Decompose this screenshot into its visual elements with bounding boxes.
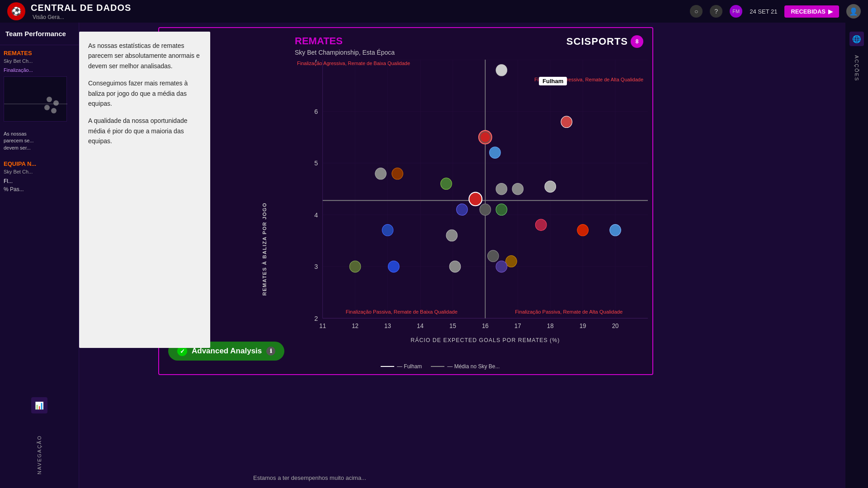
scatter-container: 7 6 5 4 3 2 11 12 13 14 15 16 17 18 19 2…	[295, 60, 648, 347]
svg-point-1	[53, 100, 59, 106]
svg-text:18: 18	[547, 322, 554, 329]
remates-subtitle: Sky Bet Ch...	[4, 58, 75, 64]
chart-subtitle: Sky Bet Championship, Esta Época	[295, 49, 395, 56]
svg-text:3: 3	[314, 263, 318, 270]
svg-point-48	[392, 168, 403, 179]
main-content: As nossas estatísticas de remates parece…	[79, 23, 868, 488]
actions-label: ACÇÕES	[854, 55, 859, 81]
app-title: CENTRAL DE DADOS	[31, 3, 131, 13]
nav-icon-1[interactable]: 📊	[31, 397, 47, 413]
pass-label: % Pas...	[4, 186, 75, 192]
chart-header: REMATES Sky Bet Championship, Esta Época…	[295, 35, 643, 56]
description-panel: As nossas estatísticas de remates parece…	[79, 32, 210, 348]
chart-title: REMATES	[295, 35, 395, 47]
team-name: Fl...	[4, 178, 75, 184]
description-p2: Conseguimos fazer mais remates à baliza …	[88, 78, 201, 108]
svg-point-57	[535, 219, 547, 230]
svg-point-56	[480, 204, 491, 215]
svg-point-46	[490, 147, 501, 158]
app-subtitle: Visão Gera...	[33, 14, 131, 20]
svg-point-45	[481, 132, 490, 142]
recebidas-button[interactable]: RECEBIDAS ▶	[784, 5, 839, 18]
remates-title: REMATES	[4, 50, 75, 56]
svg-text:14: 14	[417, 322, 424, 329]
svg-point-65	[388, 261, 400, 272]
date-display: 24 SET 21	[750, 8, 777, 15]
svg-text:Finalização Passiva, Remate de: Finalização Passiva, Remate de Baixa Qua…	[346, 309, 458, 314]
svg-text:7: 7	[314, 60, 318, 63]
fulham-tag: Fulham	[539, 77, 567, 85]
svg-point-63	[610, 225, 621, 236]
svg-point-62	[577, 225, 589, 236]
svg-point-55	[496, 204, 507, 215]
svg-point-3	[51, 108, 57, 113]
nav-label: NAVEGAÇÃO	[37, 431, 42, 479]
top-bar: ⚽ CENTRAL DE DADOS Visão Gera... ○ ? FM …	[0, 0, 868, 23]
circle-icon[interactable]: ○	[690, 5, 703, 18]
sidebar-header: Team Performance	[0, 23, 79, 45]
nossas-text: As nossasparecem se...devem ser...	[4, 131, 75, 151]
svg-text:5: 5	[314, 160, 318, 167]
svg-text:11: 11	[319, 322, 326, 329]
svg-text:19: 19	[580, 322, 586, 329]
right-panel: 🌐 ACÇÕES	[845, 23, 868, 488]
svg-text:2: 2	[314, 315, 318, 322]
equipa-title: EQUIPA N...	[4, 160, 75, 167]
user-avatar[interactable]: 👤	[846, 4, 861, 19]
svg-point-0	[47, 97, 52, 102]
nossas-section: As nossasparecem se...devem ser...	[4, 131, 75, 151]
arrow-right-icon: ▶	[828, 8, 833, 15]
equipa-subtitle: Sky Bet Ch...	[4, 169, 75, 174]
svg-point-52	[545, 181, 556, 192]
chart-legend: — Fulham — Média no Sky Be...	[381, 363, 500, 370]
svg-text:20: 20	[612, 322, 619, 329]
svg-point-43	[561, 116, 572, 127]
svg-text:6: 6	[314, 108, 318, 115]
svg-text:RÁCIO DE EXPECTED GOALS POR RE: RÁCIO DE EXPECTED GOALS POR REMATES (%)	[410, 337, 560, 343]
svg-text:15: 15	[449, 322, 456, 329]
svg-text:Finalização Passiva, Remate de: Finalização Passiva, Remate de Alta Qual…	[515, 309, 623, 314]
svg-point-54	[457, 204, 468, 215]
svg-point-49	[441, 178, 452, 189]
fm-badge[interactable]: FM	[730, 5, 742, 18]
info-icon[interactable]: ℹ	[266, 347, 275, 356]
svg-point-53	[469, 192, 482, 206]
svg-point-59	[446, 230, 458, 241]
remates-section: REMATES Sky Bet Ch... Finalização...	[4, 50, 75, 122]
svg-text:12: 12	[352, 322, 359, 329]
svg-point-58	[382, 225, 393, 236]
scisports-logo: SCISPORTS	[566, 36, 628, 47]
sidebar-title: Team Performance	[5, 30, 66, 38]
svg-text:17: 17	[514, 322, 521, 329]
globe-icon[interactable]: 🌐	[849, 32, 864, 46]
equipa-section: EQUIPA N... Sky Bet Ch... Fl... % Pas...	[4, 160, 75, 192]
svg-point-50	[496, 183, 507, 194]
remates-label: Finalização...	[4, 67, 75, 73]
svg-point-51	[512, 183, 524, 194]
svg-point-61	[506, 256, 517, 267]
description-p1: As nossas estatísticas de remates parece…	[88, 41, 201, 71]
svg-text:16: 16	[482, 322, 489, 329]
svg-point-60	[487, 250, 499, 262]
legend-fulham: — Fulham	[381, 363, 422, 370]
svg-text:4: 4	[314, 211, 318, 219]
svg-point-64	[349, 261, 361, 272]
bottom-text: Estamos a ter desempenhos muito acima...	[167, 474, 841, 481]
svg-point-2	[44, 105, 50, 110]
svg-point-67	[496, 261, 507, 272]
y-axis-label: REMATES À BALIZA POR JOGO	[262, 202, 267, 296]
sidebar: Team Performance REMATES Sky Bet Ch... F…	[0, 23, 79, 488]
advanced-analysis-label: Advanced Analysis	[192, 347, 262, 356]
svg-point-47	[375, 168, 387, 179]
help-icon[interactable]: ?	[710, 5, 722, 18]
club-badge: ⚽	[7, 2, 25, 20]
chart-modal: REMATES Sky Bet Championship, Esta Época…	[158, 27, 653, 375]
description-p3: A qualidade da nossa oportunidade média …	[88, 116, 201, 146]
top-bar-right: ○ ? FM 24 SET 21 RECEBIDAS ▶ 👤	[690, 4, 861, 19]
legend-avg: — Média no Sky Be...	[431, 363, 500, 370]
svg-point-66	[449, 261, 461, 272]
svg-text:13: 13	[384, 322, 391, 329]
logo-badge: 8	[631, 35, 643, 48]
